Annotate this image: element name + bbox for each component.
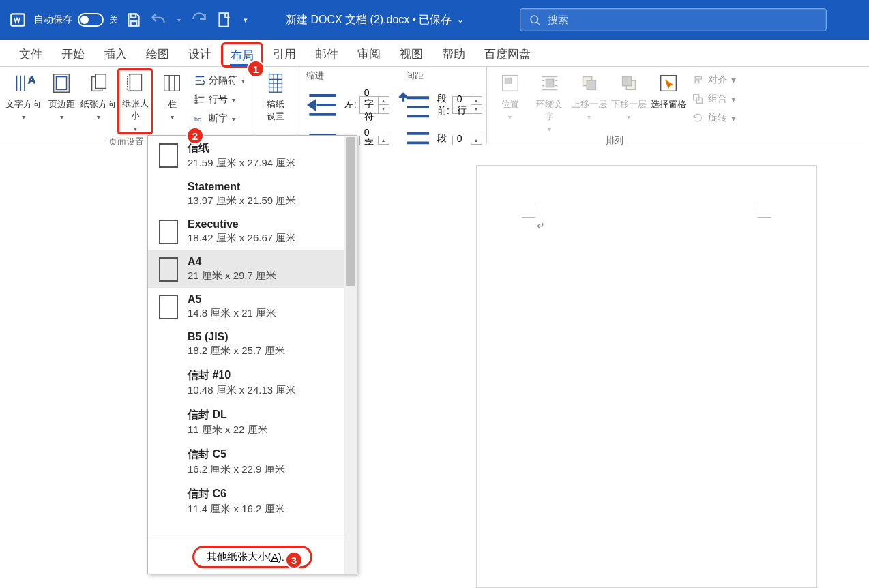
paper-size-name: 信封 DL — [188, 408, 268, 422]
orientation-icon — [86, 71, 111, 95]
chevron-down-icon: ⌄ — [457, 15, 464, 25]
indent-left-icon — [304, 86, 342, 124]
selection-pane-button[interactable]: 选择窗格 — [649, 70, 688, 111]
paper-size-dimensions: 16.2 厘米 x 22.9 厘米 — [188, 463, 285, 476]
tab-insert[interactable]: 插入 — [94, 41, 136, 66]
paper-size-option[interactable]: 信封 C611.4 厘米 x 16.2 厘米 — [148, 482, 344, 521]
paper-size-option[interactable]: 信封 DL11 厘米 x 22 厘米 — [148, 402, 344, 442]
search-icon — [529, 14, 541, 26]
tab-home[interactable]: 开始 — [52, 41, 94, 66]
bring-forward-icon — [577, 71, 602, 95]
svg-rect-38 — [505, 78, 511, 83]
paper-size-menu: 信纸21.59 厘米 x 27.94 厘米Statement13.97 厘米 x… — [147, 135, 357, 574]
svg-rect-9 — [95, 74, 106, 89]
svg-rect-2 — [131, 21, 137, 25]
selection-pane-icon — [656, 71, 681, 95]
columns-button[interactable]: 栏▾ — [154, 70, 190, 121]
position-icon — [498, 71, 522, 95]
paper-size-option[interactable]: B5 (JIS)18.2 厘米 x 25.7 厘米 — [148, 325, 344, 363]
svg-rect-1 — [131, 14, 136, 17]
group-manuscript: 稿纸 设置 . — [252, 67, 299, 143]
orientation-button[interactable]: 纸张方向▾ — [80, 70, 116, 121]
wrap-text-icon — [537, 71, 562, 95]
text-direction-button[interactable]: A 文字方向▾ — [4, 70, 42, 121]
svg-rect-7 — [56, 77, 66, 90]
text-direction-icon: A — [11, 71, 35, 95]
page-icon — [159, 370, 178, 395]
send-backward-icon — [617, 71, 641, 95]
paper-size-name: A5 — [188, 293, 276, 306]
tab-design[interactable]: 设计 — [179, 41, 221, 66]
paper-size-dimensions: 14.8 厘米 x 21 厘米 — [188, 307, 276, 320]
columns-icon — [160, 71, 184, 95]
page-icon — [159, 220, 178, 244]
qat-customize-icon[interactable]: ▾ — [239, 11, 252, 29]
group-paragraph: 缩进 间距 左: 0 字符▴▾ 段前: 0 行▴▾ 右: 0 字符▴▾ 段后: … — [299, 67, 487, 143]
ribbon-tabs: 文件 开始 插入 绘图 设计 布局 引用 邮件 审阅 视图 帮助 百度网盘 — [0, 40, 869, 67]
indent-left-input[interactable]: 0 字符▴▾ — [359, 96, 389, 114]
paper-size-button[interactable]: 纸张大小▾ — [117, 68, 153, 134]
spacing-before-input[interactable]: 0 行▴▾ — [452, 96, 482, 114]
tab-baidu[interactable]: 百度网盘 — [475, 41, 540, 66]
svg-text:2: 2 — [195, 99, 198, 104]
margins-button[interactable]: 页边距▾ — [44, 70, 79, 121]
paper-size-name: Statement — [188, 181, 296, 193]
paper-size-option[interactable]: A514.8 厘米 x 21 厘米 — [148, 288, 344, 325]
menu-scrollbar[interactable] — [344, 136, 357, 574]
svg-rect-39 — [546, 79, 553, 87]
wrap-text-button: 环绕文 字▾ — [531, 70, 569, 133]
paper-size-name: 信纸 — [188, 141, 296, 156]
paper-size-option[interactable]: Statement13.97 厘米 x 21.59 厘米 — [148, 175, 344, 213]
svg-rect-11 — [164, 76, 180, 91]
tab-references[interactable]: 引用 — [263, 41, 306, 66]
position-button: 位置▾ — [491, 70, 529, 121]
hyphenation-button[interactable]: bc断字▾ — [191, 109, 248, 128]
group-button: 组合▾ — [692, 90, 736, 108]
tab-draw[interactable]: 绘图 — [136, 41, 179, 66]
word-app-icon — [8, 10, 27, 29]
tab-view[interactable]: 视图 — [390, 41, 432, 66]
line-numbers-button[interactable]: 12行号▾ — [191, 90, 248, 109]
manuscript-icon — [263, 71, 288, 95]
undo-dropdown-icon[interactable]: ▾ — [174, 11, 183, 29]
document-canvas[interactable]: ↵ — [0, 145, 869, 588]
spacing-before-icon — [398, 87, 434, 123]
tab-help[interactable]: 帮助 — [432, 41, 475, 66]
paper-size-dimensions: 18.42 厘米 x 26.67 厘米 — [188, 232, 296, 245]
document-title[interactable]: 新建 DOCX 文档 (2).docx•已保存 ⌄ — [286, 13, 464, 27]
search-box[interactable]: 搜索 — [520, 8, 827, 31]
callout-3: 3 — [285, 551, 303, 569]
svg-rect-46 — [695, 77, 701, 80]
redo-icon[interactable] — [190, 11, 208, 29]
page-icon — [159, 182, 178, 207]
margin-marker-icon — [758, 204, 771, 218]
svg-rect-41 — [587, 80, 595, 89]
paper-size-option[interactable]: Executive18.42 厘米 x 26.67 厘米 — [148, 213, 344, 250]
quick-print-icon[interactable] — [215, 11, 233, 29]
page-icon — [159, 257, 178, 282]
paper-size-option[interactable]: 信封 C516.2 厘米 x 22.9 厘米 — [148, 442, 344, 482]
ribbon: A 文字方向▾ 页边距▾ 纸张方向▾ 纸张大小▾ 栏▾ 分隔符▾ 12行号▾ — [0, 67, 869, 143]
tab-file[interactable]: 文件 — [10, 41, 52, 66]
paper-size-name: Executive — [188, 218, 296, 231]
paper-size-name: B5 (JIS) — [188, 331, 285, 343]
paper-size-icon — [123, 70, 147, 95]
tab-review[interactable]: 审阅 — [348, 41, 390, 66]
page-icon — [159, 450, 178, 474]
bring-forward-button: 上移一层▾ — [570, 70, 608, 121]
paper-size-name: 信封 #10 — [188, 368, 296, 383]
group-page-setup: A 文字方向▾ 页边距▾ 纸张方向▾ 纸张大小▾ 栏▾ 分隔符▾ 12行号▾ — [0, 67, 252, 143]
paper-size-option[interactable]: 信封 #1010.48 厘米 x 24.13 厘米 — [148, 363, 344, 402]
autosave-toggle[interactable]: 自动保存 关 — [34, 13, 118, 27]
page-icon — [159, 143, 178, 168]
group-arrange: 位置▾ 环绕文 字▾ 上移一层▾ 下移一层▾ 选择窗格 对齐▾ 组合▾ 旋转 — [487, 67, 743, 143]
toggle-switch-icon — [78, 13, 104, 27]
tab-mailings[interactable]: 邮件 — [306, 41, 348, 66]
save-icon[interactable] — [125, 11, 143, 29]
undo-icon[interactable] — [149, 11, 167, 29]
manuscript-settings-button[interactable]: 稿纸 设置 — [256, 70, 295, 123]
document-page[interactable]: ↵ — [476, 165, 817, 588]
paper-size-option[interactable]: 信纸21.59 厘米 x 27.94 厘米 — [148, 136, 344, 175]
breaks-button[interactable]: 分隔符▾ — [191, 71, 248, 90]
paper-size-option[interactable]: A421 厘米 x 29.7 厘米 — [148, 250, 344, 288]
